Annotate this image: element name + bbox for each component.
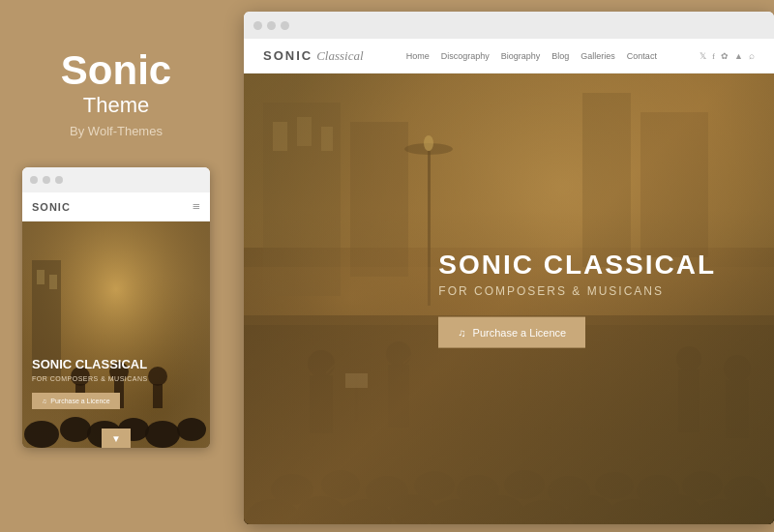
mobile-mockup: SONIC ≡ xyxy=(22,167,210,448)
mobile-dot-2 xyxy=(43,176,50,184)
hamburger-icon[interactable]: ≡ xyxy=(193,199,200,215)
mobile-arrow[interactable]: ▼ xyxy=(102,429,131,448)
nav-home[interactable]: Home xyxy=(406,51,430,61)
browser-menu: Home Discography Biography Blog Gallerie… xyxy=(406,51,657,61)
browser-hero: SONIC CLASSICAL FOR COMPOSERS & MUSICANS… xyxy=(244,74,774,524)
browser-mockup: SONIC Classical Home Discography Biograp… xyxy=(244,12,774,524)
svg-point-8 xyxy=(145,421,180,448)
left-panel: Sonic Theme By Wolf-Themes SONIC ≡ xyxy=(0,0,232,532)
nav-galleries[interactable]: Galleries xyxy=(580,51,615,61)
purchase-button[interactable]: ♫ Purchase a Licence xyxy=(438,316,585,347)
mobile-nav: SONIC ≡ xyxy=(22,192,210,222)
instagram-icon[interactable]: ✿ xyxy=(721,51,729,61)
theme-title: Sonic xyxy=(61,48,171,93)
facebook-icon[interactable]: f xyxy=(712,51,715,61)
music-note-icon: ♫ xyxy=(458,326,465,338)
mobile-hero-sub: FOR COMPOSERS & MUSICANS xyxy=(32,375,200,382)
nav-blog[interactable]: Blog xyxy=(551,51,569,61)
svg-point-9 xyxy=(177,418,206,441)
svg-rect-2 xyxy=(37,270,45,284)
svg-point-5 xyxy=(60,417,91,442)
rss-icon[interactable]: ▲ xyxy=(734,51,743,61)
mobile-dot-3 xyxy=(55,176,63,184)
browser-logo: SONIC Classical xyxy=(263,48,364,64)
mobile-music-icon: ♫ xyxy=(42,398,46,404)
mobile-cta-label: Purchase a Licence xyxy=(50,398,109,404)
hero-main-title: SONIC CLASSICAL xyxy=(438,251,716,281)
mobile-logo: SONIC xyxy=(32,201,71,213)
theme-author: By Wolf-Themes xyxy=(70,124,163,138)
hero-sub-title: FOR COMPOSERS & MUSICANS xyxy=(438,283,716,297)
nav-discography[interactable]: Discography xyxy=(441,51,490,61)
mobile-purchase-button[interactable]: ♫ Purchase a Licence xyxy=(32,393,120,409)
browser-logo-sonic: SONIC xyxy=(263,48,313,63)
nav-biography[interactable]: Biography xyxy=(501,51,541,61)
mobile-hero: SONIC CLASSICAL FOR COMPOSERS & MUSICANS… xyxy=(22,222,210,448)
browser-nav-bar: SONIC Classical Home Discography Biograp… xyxy=(244,39,774,74)
svg-point-4 xyxy=(24,421,59,448)
mobile-dot-1 xyxy=(30,176,38,184)
cta-label: Purchase a Licence xyxy=(473,326,567,338)
browser-social-icons: 𝕏 f ✿ ▲ ⌕ xyxy=(700,50,755,61)
browser-dot-3 xyxy=(281,21,289,30)
browser-dot-2 xyxy=(267,21,276,30)
browser-titlebar xyxy=(244,12,774,39)
nav-contact[interactable]: Contact xyxy=(627,51,657,61)
search-icon[interactable]: ⌕ xyxy=(749,50,755,61)
svg-rect-3 xyxy=(49,275,57,289)
mobile-hero-title: SONIC CLASSICAL xyxy=(32,357,200,372)
twitter-icon[interactable]: 𝕏 xyxy=(700,51,706,61)
browser-logo-classical: Classical xyxy=(316,48,363,64)
hero-content: SONIC CLASSICAL FOR COMPOSERS & MUSICANS… xyxy=(438,251,716,348)
mobile-titlebar xyxy=(22,167,210,192)
theme-subtitle: Theme xyxy=(83,93,149,118)
browser-dot-1 xyxy=(253,21,262,30)
